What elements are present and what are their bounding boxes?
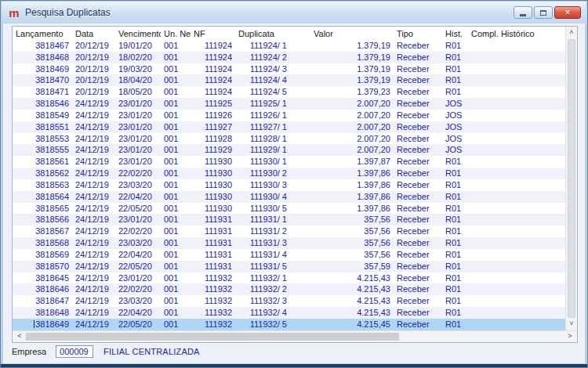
table-row[interactable]: 381846920/12/1919/03/20001111924111924/ … — [13, 63, 565, 75]
cell-nf: 111924 — [191, 63, 235, 75]
cell-hist: R01 — [442, 179, 468, 191]
cell-vencimento: 22/05/20 — [115, 203, 161, 215]
titlebar[interactable]: m Pesquisa Duplicatas ✕ — [2, 2, 586, 23]
table-row[interactable]: 381864624/12/1922/02/20001111932111932/ … — [13, 283, 565, 295]
scroll-up-arrow-icon[interactable]: ˄ — [566, 27, 577, 38]
minimize-button[interactable] — [514, 6, 532, 19]
table-row[interactable]: 381855124/12/1923/01/20001111927111927/ … — [13, 121, 565, 133]
scroll-left-arrow-icon[interactable]: ˂ — [14, 331, 25, 342]
table-row[interactable]: 381856324/12/1923/03/20001111930111930/ … — [13, 179, 565, 191]
cell-un-neg: 001 — [161, 179, 191, 191]
table-row[interactable]: 381854624/12/1923/01/20001111925111925/ … — [13, 98, 565, 110]
cell-hist: R01 — [442, 319, 468, 330]
cell-duplicata: 111930/ 2 — [235, 168, 290, 179]
table-row[interactable]: 381864724/12/1923/03/20001111932111932/ … — [13, 295, 565, 307]
cell-hist: R01 — [442, 168, 468, 179]
cell-vencimento: 23/01/20 — [115, 156, 161, 168]
close-button[interactable]: ✕ — [554, 6, 581, 19]
cell-data: 20/12/19 — [72, 86, 115, 98]
cell-un-neg: 001 — [161, 121, 191, 133]
table-row[interactable]: 381856924/12/1922/04/20001111931111931/ … — [13, 249, 565, 261]
empresa-label: Empresa — [12, 347, 46, 356]
table-row[interactable]: 381857024/12/1922/05/20001111931111931/ … — [13, 261, 565, 272]
table-row[interactable]: 381846820/12/1918/02/20001111924111924/ … — [13, 52, 565, 63]
cell-duplicata: 111926/ 1 — [235, 110, 290, 121]
scroll-down-arrow-icon[interactable]: ˅ — [566, 319, 577, 330]
cell-un-neg: 001 — [161, 74, 191, 86]
cell-un-neg: 001 — [161, 133, 191, 145]
cell-un-neg: 001 — [161, 203, 191, 215]
table-row[interactable]: 381864924/12/1922/05/20001111932111932/ … — [13, 319, 565, 330]
table-row[interactable]: 381856724/12/1922/02/20001111931111931/ … — [13, 225, 565, 237]
cell-valor: 1.397,86 — [290, 203, 394, 215]
maximize-icon — [540, 10, 546, 16]
table-row[interactable]: 381864824/12/1922/04/20001111932111932/ … — [13, 307, 565, 319]
cell-lancamento: 3818570 — [13, 261, 72, 272]
cell-valor: 1.379,23 — [290, 86, 394, 98]
scroll-right-arrow-icon[interactable]: ˃ — [564, 331, 575, 342]
cell-un-neg: 001 — [161, 272, 191, 284]
table-row[interactable]: 381856124/12/1923/01/20001111930111930/ … — [13, 156, 565, 168]
cell-vencimento: 23/01/20 — [115, 110, 161, 121]
table-row[interactable]: 381847020/12/1918/04/20001111924111924/ … — [13, 74, 565, 86]
cell-lancamento: 3818549 — [13, 110, 72, 121]
table-row[interactable]: 381854924/12/1923/01/20001111926111926/ … — [13, 110, 565, 121]
cell-valor: 1.397,87 — [290, 156, 394, 168]
cell-data: 24/12/19 — [72, 168, 115, 179]
cell-tipo: Receber — [394, 214, 442, 225]
cell-nf: 111929 — [191, 144, 235, 156]
table-row[interactable]: 381856624/12/1923/01/20001111931111931/ … — [13, 214, 565, 225]
cell-hist: R01 — [442, 237, 468, 249]
cell-lancamento: 3818569 — [13, 249, 72, 261]
cell-lancamento: 3818562 — [13, 168, 72, 179]
column-header-compl-historico: Compl. Histórico — [468, 27, 565, 40]
cell-un-neg: 001 — [161, 319, 191, 330]
horizontal-scrollbar[interactable]: ˂ ˃ — [13, 330, 577, 342]
horizontal-scrollbar-thumb[interactable] — [26, 333, 399, 341]
table-row[interactable]: 381864524/12/1923/01/20001111932111932/ … — [13, 272, 565, 284]
cell-hist: R01 — [442, 214, 468, 225]
maximize-button[interactable] — [534, 6, 553, 19]
vertical-scrollbar-thumb[interactable] — [568, 39, 575, 318]
cell-tipo: Receber — [394, 133, 442, 145]
empresa-descricao: FILIAL CENTRALIZADA — [103, 347, 200, 356]
table-row[interactable]: 381846720/12/1919/01/20001111924111924/ … — [13, 40, 565, 52]
cell-tipo: Receber — [394, 191, 442, 203]
column-header-un-neg: Un. Neg. — [161, 27, 191, 40]
cell-tipo: Receber — [394, 168, 442, 179]
minimize-icon — [520, 14, 526, 16]
table-row[interactable]: 381856424/12/1922/04/20001111930111930/ … — [13, 191, 565, 203]
cell-nf: 111932 — [191, 307, 235, 319]
cell-data: 24/12/19 — [72, 121, 115, 133]
cell-lancamento: 3818470 — [13, 74, 72, 86]
cell-valor: 1.397,86 — [290, 168, 394, 179]
cell-vencimento: 23/01/20 — [115, 98, 161, 110]
empresa-input[interactable] — [56, 345, 93, 358]
cell-tipo: Receber — [394, 98, 442, 110]
cell-hist: R01 — [442, 63, 468, 75]
table-row[interactable]: 381847120/12/1918/05/20001111924111924/ … — [13, 86, 565, 98]
cell-tipo: Receber — [394, 121, 442, 133]
table-row[interactable]: 381856224/12/1922/02/20001111930111930/ … — [13, 168, 565, 179]
cell-nf: 111932 — [191, 283, 235, 295]
cell-duplicata: 111931/ 5 — [235, 261, 290, 272]
cell-compl-historico — [468, 295, 565, 307]
cell-vencimento: 22/05/20 — [115, 261, 161, 272]
cell-data: 24/12/19 — [72, 203, 115, 215]
cell-vencimento: 19/01/20 — [115, 40, 161, 52]
cell-tipo: Receber — [394, 86, 442, 98]
cell-nf: 111930 — [191, 168, 235, 179]
table-row[interactable]: 381855324/12/1923/01/20001111928111928/ … — [13, 133, 565, 145]
cell-vencimento: 18/04/20 — [115, 74, 161, 86]
table-row[interactable]: 381856524/12/1922/05/20001111930111930/ … — [13, 203, 565, 215]
table-row[interactable]: 381855524/12/1923/01/20001111929111929/ … — [13, 144, 565, 156]
cell-data: 24/12/19 — [72, 191, 115, 203]
table-row[interactable]: 381856824/12/1923/03/20001111931111931/ … — [13, 237, 565, 249]
cell-valor: 2.007,20 — [290, 110, 394, 121]
cell-hist: R01 — [442, 295, 468, 307]
cell-lancamento: 3818553 — [13, 133, 72, 145]
cell-nf: 111924 — [191, 86, 235, 98]
cell-hist: R01 — [442, 191, 468, 203]
vertical-scrollbar[interactable]: ˄ ˅ — [565, 27, 577, 330]
cell-nf: 111932 — [191, 319, 235, 330]
